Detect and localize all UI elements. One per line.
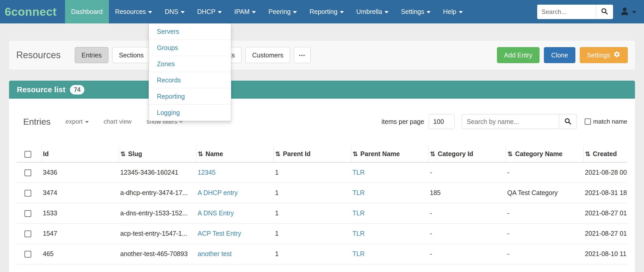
nav-dns[interactable]: DNS [158,0,191,23]
nav-peering-label: Peering [268,8,291,15]
col-category-id-label[interactable]: Category Id [438,150,473,157]
sort-icon[interactable]: ⇅ [275,150,280,157]
dns-menu-groups[interactable]: Groups [149,40,231,56]
parent-name-link[interactable]: TLR [352,230,365,237]
nav-dashboard[interactable]: Dashboard [65,0,109,23]
cell-slug: a-dhcp-entry-3474-17... [119,183,196,203]
cell-id: 1547 [41,223,119,244]
row-checkbox[interactable] [25,169,31,176]
settings-label: Settings [587,52,610,59]
row-checkbox[interactable] [25,231,31,237]
nav-ipam[interactable]: IPAM [228,0,262,23]
match-name-checkbox[interactable] [585,118,591,125]
entry-name-link[interactable]: A DHCP entry [198,189,238,196]
col-parent-name-label[interactable]: Parent Name [360,150,400,157]
entries-toolbar: Entries export chart view show filters +… [17,99,627,146]
cell-category-id: - [428,203,506,223]
parent-name-link[interactable]: TLR [352,209,365,217]
tab-entries[interactable]: Entries [75,47,108,63]
nav-dhcp-label: DHCP [197,8,215,15]
sort-icon[interactable]: ⇅ [430,150,435,157]
chevron-down-icon [426,11,431,13]
nav-reporting[interactable]: Reporting [303,0,350,23]
sort-icon[interactable]: ⇅ [508,150,513,157]
items-per-page-input[interactable] [429,114,455,129]
dns-menu-reporting[interactable]: Reporting [149,88,231,105]
chevron-down-icon [459,11,463,13]
chevron-down-icon [384,11,389,13]
dns-menu-logging[interactable]: Logging [149,105,231,121]
nav-help-label: Help [443,8,456,15]
table-row: 3474 a-dhcp-entry-3474-17... A DHCP entr… [17,183,627,203]
chevron-down-icon [252,11,256,13]
cell-slug: a-dns-entry-1533-152... [119,203,196,223]
cell-id: 3436 [41,162,119,183]
col-parent-id-label[interactable]: Parent Id [283,150,311,157]
global-search [537,5,613,19]
search-by-name-input[interactable] [462,114,559,129]
global-search-button[interactable] [596,5,613,19]
col-category-name-label[interactable]: Category Name [515,150,562,157]
add-entry-label: Add Entry [504,52,533,59]
page-title: Resources [16,50,61,61]
row-checkbox[interactable] [25,210,31,217]
dns-menu-records[interactable]: Records [149,72,231,88]
sort-icon[interactable]: ⇅ [353,150,358,157]
sort-icon[interactable]: ⇅ [585,150,590,157]
gear-icon [613,51,621,60]
chevron-down-icon [148,11,152,13]
tab-sections[interactable]: Sections [112,47,150,63]
nav-dashboard-label: Dashboard [71,8,103,15]
entries-title: Entries [23,117,51,127]
col-name-label[interactable]: Name [206,150,223,157]
nav-umbrella[interactable]: Umbrella [350,0,395,23]
entry-name-link[interactable]: 12345 [198,169,216,176]
user-menu[interactable] [613,6,644,17]
nav-help[interactable]: Help [437,0,469,23]
cell-category-name: - [506,203,583,223]
entry-name-link[interactable]: ACP Test Entry [198,230,241,237]
col-slug-label[interactable]: Slug [128,150,142,157]
export-label: export [66,118,83,125]
settings-button[interactable]: Settings [580,47,628,63]
chart-view-link[interactable]: chart view [104,118,132,125]
chevron-down-icon [218,11,222,13]
parent-name-link[interactable]: TLR [352,169,365,176]
dns-menu-zones[interactable]: Zones [149,56,231,72]
tabs-more-button[interactable]: ••• [294,47,311,63]
chevron-down-icon [85,121,89,123]
col-created-label[interactable]: Created [593,150,617,157]
entry-name-link[interactable]: another test [198,250,232,257]
logo[interactable]: 6connect [5,5,57,19]
sort-icon[interactable]: ⇅ [198,150,203,157]
parent-name-link[interactable]: TLR [352,250,365,257]
row-checkbox[interactable] [25,251,31,258]
search-icon [601,7,608,16]
search-by-name-button[interactable] [559,114,577,129]
cell-category-name: - [506,223,583,244]
nav-peering[interactable]: Peering [262,0,303,23]
name-search-group [462,114,577,129]
nav-settings[interactable]: Settings [395,0,437,23]
cell-category-name: - [506,162,583,183]
entry-name-link[interactable]: A DNS Entry [198,209,234,217]
parent-name-link[interactable]: TLR [352,189,365,196]
sort-icon[interactable]: ⇅ [120,150,126,157]
row-checkbox[interactable] [25,190,31,197]
nav-dhcp[interactable]: DHCP [191,0,228,23]
dns-dropdown-menu: Servers Groups Zones Records Reporting L… [149,23,231,121]
cell-id: 465 [41,244,119,264]
chevron-down-icon [293,11,297,13]
add-entry-button[interactable]: Add Entry [497,47,540,63]
export-dropdown[interactable]: export [66,118,89,125]
cell-parent-id: 1 [273,162,351,183]
cell-category-id: - [428,162,506,183]
clone-button[interactable]: Clone [544,47,575,63]
resource-count-badge: 74 [70,85,84,95]
select-all-checkbox[interactable] [25,151,31,158]
global-search-input[interactable] [537,5,596,19]
tab-customers[interactable]: Customers [245,47,290,63]
resource-list-panel: Resource list 74 Entries export chart vi… [9,81,635,272]
dns-menu-servers[interactable]: Servers [149,23,231,40]
nav-resources[interactable]: Resources [109,0,159,23]
